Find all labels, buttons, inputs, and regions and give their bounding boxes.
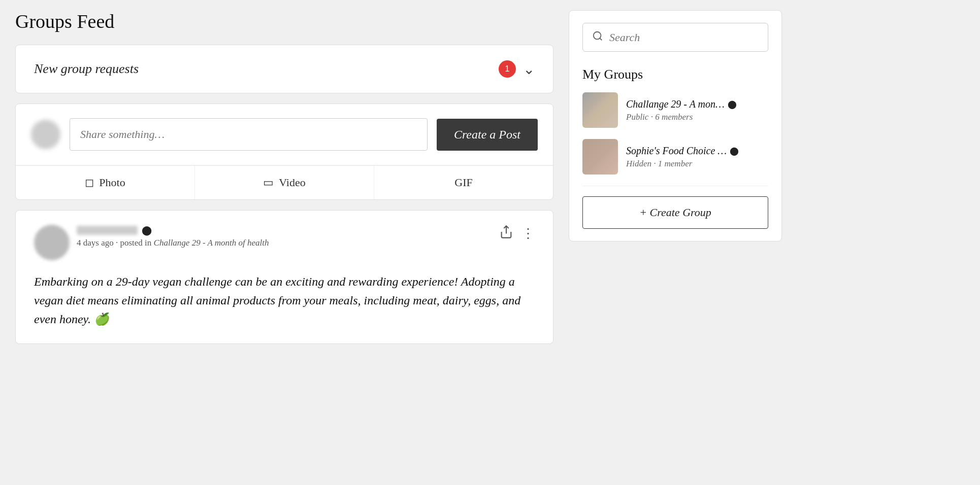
- post-username-row: ⬤: [77, 225, 499, 236]
- group-thumb-challenge: [582, 92, 618, 128]
- share-input[interactable]: [70, 118, 428, 151]
- svg-point-1: [594, 32, 601, 40]
- search-box[interactable]: [582, 23, 768, 52]
- group-info-challenge: Challange 29 - A mon… ⬤ Public · 6 membe…: [626, 98, 768, 122]
- admin-shield-icon: ⬤: [142, 225, 152, 236]
- group-name-sophie: Sophie's Food Choice …: [626, 145, 727, 157]
- create-post-top: Create a Post: [16, 104, 553, 165]
- post-time: 4 days ago: [77, 238, 114, 248]
- group-meta-sophie: Hidden · 1 member: [626, 159, 768, 169]
- post-actions-right: ⋮: [499, 225, 535, 243]
- requests-badge: 1: [499, 60, 516, 78]
- svg-line-2: [600, 38, 602, 40]
- group-name-row-sophie: Sophie's Food Choice … ⬤: [626, 145, 768, 157]
- group-thumb-sophie: [582, 139, 618, 175]
- search-input[interactable]: [609, 31, 759, 44]
- post-author-name: [77, 226, 138, 235]
- gif-label: GIF: [454, 176, 472, 189]
- video-button[interactable]: ▭ Video: [195, 166, 374, 199]
- requests-label: New group requests: [34, 61, 139, 77]
- video-icon: ▭: [263, 176, 274, 189]
- group-requests-card: New group requests 1 ⌄: [15, 45, 553, 93]
- search-icon: [592, 30, 603, 44]
- post-posted-text: · posted in: [116, 238, 151, 248]
- current-user-avatar: [31, 120, 60, 149]
- post-meta: 4 days ago · posted in Challange 29 - A …: [77, 238, 499, 248]
- group-admin-icon-sophie: ⬤: [730, 146, 739, 156]
- share-icon: [499, 225, 513, 239]
- group-info-sophie: Sophie's Food Choice … ⬤ Hidden · 1 memb…: [626, 145, 768, 169]
- group-item-challenge[interactable]: Challange 29 - A mon… ⬤ Public · 6 membe…: [582, 92, 768, 128]
- post-card: ⬤ 4 days ago · posted in Challange 29 - …: [15, 210, 553, 344]
- group-item-sophie[interactable]: Sophie's Food Choice … ⬤ Hidden · 1 memb…: [582, 139, 768, 175]
- create-post-card: Create a Post ◻ Photo ▭ Video GIF: [15, 103, 553, 200]
- post-share-button[interactable]: [499, 225, 513, 243]
- group-name-challenge: Challange 29 - A mon…: [626, 98, 725, 110]
- post-group-link[interactable]: Challange 29 - A month of health: [154, 238, 269, 248]
- photo-label: Photo: [99, 176, 125, 189]
- requests-chevron-icon[interactable]: ⌄: [523, 61, 535, 78]
- sidebar-card: My Groups Challange 29 - A mon… ⬤ Public…: [569, 10, 782, 241]
- post-user-info: ⬤ 4 days ago · posted in Challange 29 - …: [77, 225, 499, 248]
- create-group-button[interactable]: + Create Group: [582, 196, 768, 229]
- group-meta-challenge: Public · 6 members: [626, 112, 768, 122]
- group-name-row: Challange 29 - A mon… ⬤: [626, 98, 768, 110]
- post-author-avatar: [34, 225, 70, 260]
- video-label: Video: [279, 176, 305, 189]
- post-media-actions: ◻ Photo ▭ Video GIF: [16, 165, 553, 199]
- create-post-button[interactable]: Create a Post: [437, 119, 538, 151]
- gif-button[interactable]: GIF: [374, 166, 553, 199]
- requests-right: 1 ⌄: [499, 60, 535, 78]
- group-admin-icon-challenge: ⬤: [728, 99, 737, 109]
- photo-button[interactable]: ◻ Photo: [16, 166, 195, 199]
- sidebar-divider: [582, 186, 768, 186]
- camera-icon: ◻: [85, 176, 94, 189]
- my-groups-title: My Groups: [582, 67, 768, 82]
- post-body: Embarking on a 29-day vegan challenge ca…: [34, 272, 535, 329]
- page-title: Groups Feed: [15, 10, 553, 32]
- post-more-button[interactable]: ⋮: [521, 226, 535, 241]
- post-header: ⬤ 4 days ago · posted in Challange 29 - …: [34, 225, 535, 260]
- sidebar: My Groups Challange 29 - A mon… ⬤ Public…: [569, 10, 782, 475]
